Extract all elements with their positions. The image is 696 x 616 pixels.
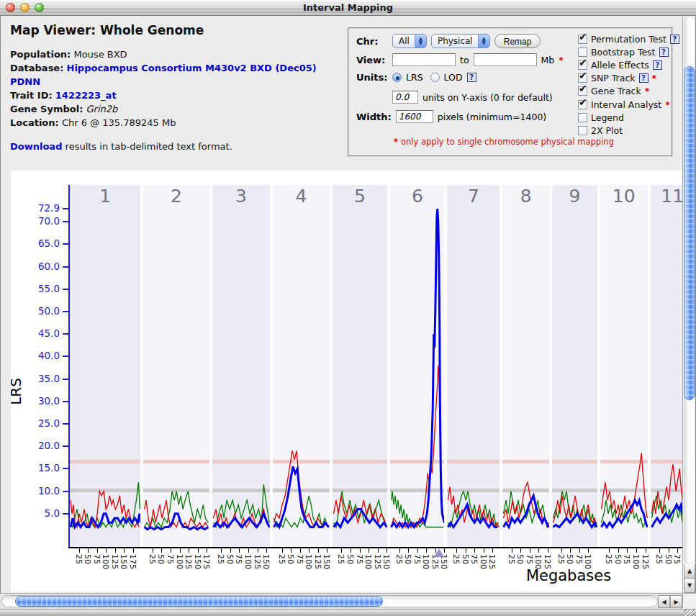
scroll-down-button[interactable]: ▼: [684, 579, 695, 593]
checkbox-row: Legend: [578, 111, 679, 124]
y-axis-tick-label: 25.0: [28, 417, 60, 429]
chromosome-band-11[interactable]: 11: [651, 185, 682, 547]
chromosome-band-2[interactable]: 2: [143, 185, 209, 547]
view-to-input[interactable]: [474, 53, 537, 66]
plot-width-input[interactable]: [396, 110, 433, 123]
help-icon[interactable]: ?: [653, 60, 662, 70]
vertical-scroll-arrows: ▲ ▼: [684, 564, 695, 593]
download-link[interactable]: Download: [10, 141, 62, 152]
chromosome-band-3[interactable]: 3: [212, 185, 270, 547]
x-axis-tick: [239, 548, 240, 553]
x-axis-tick-label: 100: [363, 554, 373, 569]
help-icon[interactable]: ?: [670, 35, 679, 44]
checkbox-row: SNP Track?*: [578, 72, 679, 85]
vertical-scrollbar[interactable]: ▲ ▼: [682, 16, 695, 609]
yaxis-max-input[interactable]: [392, 91, 418, 104]
x-axis-tick-label: 75: [234, 554, 243, 564]
chromosome-band-5[interactable]: 5: [333, 185, 387, 547]
additive_neg-trace: [145, 492, 209, 527]
maximize-button[interactable]: [35, 3, 44, 12]
x-axis-tick: [266, 548, 267, 553]
x-axis-tick-label: 25: [507, 554, 516, 564]
x-axis-tick-label: 25: [148, 554, 157, 564]
x-axis-tick-label: 75: [469, 554, 479, 564]
units-label: Units:: [356, 72, 388, 83]
checkbox-gene-track[interactable]: [578, 86, 587, 96]
minimize-button[interactable]: [20, 3, 30, 12]
y-axis-tick: [63, 289, 68, 290]
resize-grip[interactable]: [684, 610, 695, 616]
close-button[interactable]: [6, 3, 15, 12]
mapping-type-select[interactable]: Physical ▲▼: [431, 34, 490, 48]
scroll-left-button[interactable]: ◀: [658, 595, 670, 608]
remap-button[interactable]: Remap: [494, 34, 541, 48]
lrs-radio[interactable]: [392, 73, 402, 82]
horizontal-scrollbar-thumb[interactable]: [15, 596, 383, 607]
chromosome-band-9[interactable]: 9: [552, 185, 597, 547]
field-value[interactable]: 1422223_at: [55, 90, 117, 101]
chromosome-band-10[interactable]: 10: [600, 185, 648, 547]
y-axis-title: LRS: [11, 378, 24, 405]
help-icon[interactable]: ?: [467, 73, 476, 82]
x-axis-tick: [88, 548, 89, 553]
horizontal-scrollbar-track[interactable]: [1, 595, 658, 607]
trace-plot-chr6: [390, 185, 444, 547]
chromosome-band-7[interactable]: 7: [447, 185, 500, 547]
view-from-input[interactable]: [392, 53, 456, 66]
checkbox-row: Permutation Test?: [578, 32, 679, 45]
chromosome-band-6[interactable]: 6: [390, 185, 444, 547]
trait-info-fields: Population: Mouse BXDDatabase: Hippocamp…: [10, 47, 341, 130]
checkbox-label: 2X Plot: [591, 125, 623, 136]
x-axis-tick: [369, 548, 369, 553]
option-checkboxes: Permutation Test?Bootstrap Test?Allele E…: [578, 32, 679, 137]
y-axis-tick-label: 15.0: [28, 462, 60, 474]
view-label: View:: [356, 55, 388, 65]
x-axis-tick-label: 125: [543, 554, 552, 569]
vertical-scrollbar-thumb[interactable]: [684, 66, 695, 400]
checkbox-permutation-test[interactable]: [578, 35, 587, 44]
trace-plot-chr11: [651, 185, 682, 547]
x-axis-tick: [161, 548, 162, 553]
chromosome-band-4[interactable]: 4: [273, 185, 330, 547]
checkbox-allele-effects[interactable]: [578, 60, 587, 70]
scrollbar-corner: [682, 593, 696, 609]
window-title: Interval Mapping: [0, 2, 696, 13]
checkbox-legend[interactable]: [578, 113, 587, 122]
field-value: Grin2b: [86, 104, 118, 114]
window-titlebar[interactable]: Interval Mapping: [0, 0, 696, 16]
x-axis-tick-label: 50: [461, 554, 470, 564]
chromosome-select[interactable]: All ▲▼: [392, 34, 427, 48]
horizontal-scrollbar[interactable]: ◀ ▶: [0, 593, 682, 609]
field-label: Population:: [10, 49, 71, 60]
footnote: *only apply to single chromosome physica…: [394, 137, 614, 147]
checkbox-snp-track[interactable]: [578, 73, 587, 83]
x-axis-tick: [646, 548, 646, 553]
chromosome-band-8[interactable]: 8: [502, 185, 549, 547]
help-icon[interactable]: ?: [659, 47, 669, 57]
x-axis-tick: [171, 548, 171, 553]
x-axis-tick: [669, 548, 669, 553]
field-label: Database:: [10, 63, 63, 73]
scroll-up-button[interactable]: ▲: [684, 564, 695, 579]
download-text: results in tab-delimited text format.: [62, 141, 232, 152]
checkbox-interval-analyst[interactable]: [578, 100, 587, 109]
qtl-location-marker: [434, 549, 444, 557]
lod-radio[interactable]: [430, 73, 440, 82]
x-axis-tick: [588, 548, 589, 553]
window-bottom-edge: [0, 609, 696, 616]
trait-info-row: Database: Hippocampus Consortium M430v2 …: [10, 61, 341, 89]
checkbox-bootstrap-test[interactable]: [578, 47, 587, 57]
scroll-right-button[interactable]: ▶: [670, 595, 682, 608]
x-axis-tick: [300, 548, 301, 553]
x-axis-tick-label: 150: [322, 554, 331, 569]
y-axis-tick: [63, 243, 68, 245]
trace-plot-chr2: [143, 185, 209, 547]
help-icon[interactable]: ?: [639, 73, 648, 83]
x-axis-tick: [351, 548, 351, 553]
vertical-scrollbar-track[interactable]: [684, 16, 695, 564]
chromosome-band-1[interactable]: 1: [70, 185, 140, 547]
page-title: Map Viewer: Whole Genome: [10, 23, 341, 37]
checkbox-2x-plot[interactable]: [578, 126, 587, 135]
x-axis-tick-label: 50: [286, 554, 295, 564]
x-axis-tick-label: 125: [487, 554, 497, 569]
